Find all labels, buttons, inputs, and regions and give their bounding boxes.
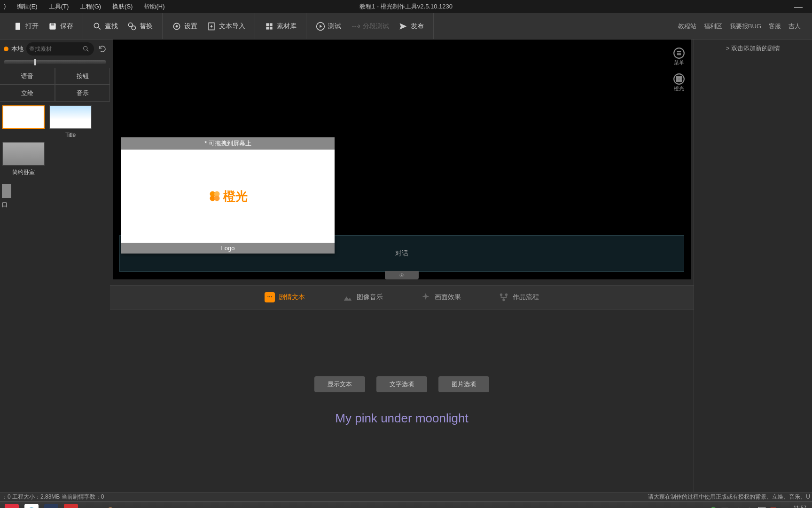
text-option-button[interactable]: 文字选项 bbox=[376, 376, 427, 392]
link-welfare[interactable]: 福利区 bbox=[704, 22, 722, 31]
tab-music[interactable]: 音乐 bbox=[55, 85, 110, 102]
menu-help[interactable]: 帮助(H) bbox=[144, 2, 164, 11]
preview-body: 橙光 bbox=[121, 150, 335, 243]
canvas-brand-button[interactable]: 橙光 bbox=[671, 73, 687, 92]
save-icon bbox=[48, 22, 57, 31]
svg-line-16 bbox=[87, 50, 88, 51]
svg-point-33 bbox=[505, 294, 508, 296]
publish-button[interactable]: 发布 bbox=[394, 22, 429, 31]
svg-point-5 bbox=[129, 23, 133, 26]
asset-preview[interactable]: * 可拖拽到屏幕上 橙光 Logo bbox=[121, 137, 335, 254]
svg-rect-12 bbox=[266, 26, 269, 29]
svg-point-3 bbox=[94, 23, 99, 28]
system-tray: ︿ 中 S ⊕ 11:572021/1 bbox=[700, 504, 810, 508]
search-go-icon[interactable] bbox=[81, 44, 91, 54]
zoom-slider[interactable] bbox=[4, 60, 106, 64]
svg-point-22 bbox=[679, 79, 682, 82]
svg-point-15 bbox=[84, 47, 87, 50]
thumb-bedroom[interactable]: 简约卧室 bbox=[2, 142, 45, 176]
tab-image-music[interactable]: 图像音乐 bbox=[343, 292, 383, 302]
header-links: 教程站 福利区 我要报BUG 客服 吉人 bbox=[678, 22, 808, 31]
import-icon bbox=[207, 22, 216, 31]
svg-rect-11 bbox=[270, 23, 273, 26]
center-area: 菜单 橙光 对话 * 可拖拽到屏幕上 橙光 Logo 剧情文本 图像音乐 画面效… bbox=[110, 40, 694, 492]
local-radio[interactable] bbox=[4, 47, 8, 51]
menu-edit[interactable]: 编辑(E) bbox=[17, 2, 37, 11]
menu-project[interactable]: 工程(G) bbox=[80, 2, 101, 11]
assets-icon bbox=[265, 22, 274, 31]
svg-point-19 bbox=[676, 76, 679, 79]
tab-effect[interactable]: 画面效果 bbox=[421, 292, 461, 302]
scene-panel: > 双击添加新的剧情 bbox=[694, 40, 812, 492]
mid-tabs: 剧情文本 图像音乐 画面效果 作品流程 bbox=[110, 285, 694, 310]
status-right: 请大家在制作的过程中使用正版或有授权的背景、立绘、音乐、U bbox=[648, 493, 810, 501]
task-app6[interactable] bbox=[103, 504, 117, 508]
action-area: 显示文本 文字选项 图片选项 My pink under moonlight bbox=[110, 310, 694, 492]
svg-point-31 bbox=[271, 296, 272, 297]
flow-icon bbox=[499, 292, 509, 302]
image-option-button[interactable]: 图片选项 bbox=[438, 376, 489, 392]
search-box[interactable] bbox=[26, 42, 94, 56]
clock[interactable]: 11:572021/1 bbox=[790, 504, 810, 508]
tab-flow[interactable]: 作品流程 bbox=[499, 292, 539, 302]
svg-point-34 bbox=[502, 299, 505, 302]
status-left: ：0 工程大小：2.83MB 当前剧情字数：0 bbox=[2, 493, 104, 501]
scene-hint[interactable]: > 双击添加新的剧情 bbox=[694, 40, 812, 57]
settings-button[interactable]: 设置 bbox=[167, 22, 202, 31]
svg-rect-2 bbox=[51, 23, 55, 25]
task-photoshop[interactable]: Ps bbox=[44, 504, 58, 508]
show-text-button[interactable]: 显示文本 bbox=[314, 376, 365, 392]
link-user[interactable]: 吉人 bbox=[789, 22, 801, 31]
link-bug[interactable]: 我要报BUG bbox=[730, 22, 761, 31]
import-button[interactable]: 文本导入 bbox=[202, 22, 250, 31]
thumb-logo[interactable] bbox=[2, 105, 45, 138]
tab-voice[interactable]: 语音 bbox=[0, 68, 55, 85]
link-tutorials[interactable]: 教程站 bbox=[678, 22, 696, 31]
svg-point-30 bbox=[269, 296, 270, 297]
preview-header: * 可拖拽到屏幕上 bbox=[121, 137, 335, 150]
tab-script-text[interactable]: 剧情文本 bbox=[265, 292, 305, 302]
svg-point-18 bbox=[674, 74, 684, 84]
svg-point-32 bbox=[500, 294, 503, 296]
menu-tools[interactable]: 工具(T) bbox=[49, 2, 69, 11]
search-input[interactable] bbox=[29, 46, 81, 52]
minimize-button[interactable]: — bbox=[794, 2, 803, 12]
segment-test-button[interactable]: 分段测试 bbox=[346, 22, 394, 31]
main-menu: ) 编辑(E) 工具(T) 工程(G) 换肤(S) 帮助(H) bbox=[4, 2, 164, 11]
menu-skin[interactable]: 换肤(S) bbox=[112, 2, 133, 11]
svg-rect-10 bbox=[266, 23, 269, 26]
link-service[interactable]: 客服 bbox=[769, 22, 781, 31]
toggle-visibility[interactable] bbox=[385, 271, 419, 279]
search-icon bbox=[93, 22, 102, 31]
svg-point-20 bbox=[679, 76, 682, 79]
tab-button[interactable]: 按钮 bbox=[55, 68, 110, 85]
replace-button[interactable]: 替换 bbox=[123, 22, 157, 31]
refresh-button[interactable] bbox=[97, 43, 108, 55]
local-label: 本地 bbox=[11, 45, 23, 53]
thumbnail-list: Title 简约卧室 bbox=[0, 102, 110, 180]
svg-point-6 bbox=[132, 26, 135, 30]
open-button[interactable]: 打开 bbox=[8, 22, 43, 31]
watermark-text: My pink under moonlight bbox=[335, 411, 468, 426]
tab-sprite[interactable]: 立绘 bbox=[0, 85, 55, 102]
thumb-title[interactable]: Title bbox=[49, 105, 92, 138]
svg-point-27 bbox=[214, 196, 220, 201]
menu-file[interactable]: ) bbox=[4, 2, 6, 11]
task-app2[interactable] bbox=[24, 504, 39, 508]
task-explorer[interactable] bbox=[84, 504, 98, 508]
task-app1[interactable]: ✱ bbox=[5, 504, 19, 508]
gear-icon bbox=[172, 22, 181, 31]
assets-button[interactable]: 素材库 bbox=[260, 22, 301, 31]
title-bar: ) 编辑(E) 工具(T) 工程(G) 换肤(S) 帮助(H) 教程1 - 橙光… bbox=[0, 0, 812, 13]
test-button[interactable]: 测试 bbox=[311, 22, 346, 31]
preview-footer: Logo bbox=[121, 243, 335, 254]
find-button[interactable]: 查找 bbox=[88, 22, 123, 31]
task-music[interactable]: ♫ bbox=[64, 504, 78, 508]
preview-logo-text: 橙光 bbox=[223, 188, 248, 205]
mountain-icon bbox=[343, 292, 353, 302]
thumb-port[interactable] bbox=[2, 184, 11, 198]
save-button[interactable]: 保存 bbox=[43, 22, 78, 31]
effect-icon bbox=[421, 292, 431, 302]
canvas-menu-button[interactable]: 菜单 bbox=[671, 47, 687, 66]
open-icon bbox=[13, 22, 23, 31]
